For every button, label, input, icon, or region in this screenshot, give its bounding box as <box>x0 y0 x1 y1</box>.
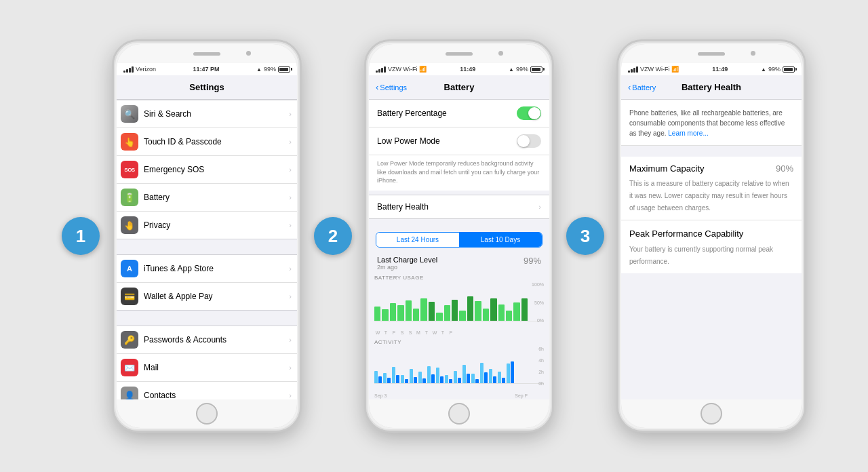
segment-control: Last 24 Hours Last 10 Days <box>376 232 542 248</box>
low-power-toggle[interactable] <box>517 134 541 148</box>
bar <box>489 369 492 383</box>
bar <box>471 374 475 383</box>
appstore-label: iTunes & App Store <box>144 264 289 273</box>
battery-settings-icon: 🔋 <box>121 189 138 206</box>
settings-item-privacy[interactable]: 🤚 Privacy › <box>117 212 297 239</box>
battery-pct-label: Battery Percentage <box>377 109 447 118</box>
bar <box>390 303 396 321</box>
settings-item-battery[interactable]: 🔋 Battery › <box>117 184 297 212</box>
badge-2: 2 <box>314 217 352 255</box>
peak-title: Peak Performance Capability <box>629 229 743 239</box>
usage-y-labels: 100% 50% 0% <box>529 282 544 323</box>
bar <box>401 375 404 383</box>
battery-back[interactable]: ‹ Settings <box>376 82 407 92</box>
health-learn-more[interactable]: Learn more... <box>668 130 708 137</box>
toggle-knob-lp <box>517 135 530 147</box>
status-left-2: VZW Wi-Fi 📶 <box>376 66 427 73</box>
divider-space-1 <box>369 191 549 195</box>
phone-1-inner: Verizon 11:47 PM ▲ 99% Settings <box>117 44 297 428</box>
bar <box>454 371 457 383</box>
bar <box>480 363 484 383</box>
bar <box>420 298 427 321</box>
segment-24h[interactable]: Last 24 Hours <box>376 233 459 247</box>
back-label-3: Battery <box>632 83 656 92</box>
bar-group <box>507 361 514 383</box>
x-label: T <box>382 330 389 335</box>
date-label-end: Sep F <box>515 393 528 398</box>
battery-pct-1: 99% <box>264 66 276 73</box>
segment-10d[interactable]: Last 10 Days <box>459 233 542 247</box>
health-content: Phone batteries, like all rechargeable b… <box>621 100 802 399</box>
bar <box>484 372 488 383</box>
phone-2-bottom <box>369 399 549 428</box>
wallet-label: Wallet & Apple Pay <box>144 292 289 301</box>
home-button-3[interactable] <box>701 403 722 425</box>
bar-group <box>498 372 505 383</box>
privacy-chevron: › <box>289 221 292 229</box>
bar <box>507 363 510 383</box>
settings-list: 🔍 Siri & Search › 👆 Touch ID & Passcode … <box>117 100 297 399</box>
usage-y-100: 100% <box>532 282 544 287</box>
bar <box>378 376 382 383</box>
sos-label: Emergency SOS <box>144 165 289 174</box>
bar <box>498 372 501 383</box>
x-label: W <box>431 330 438 335</box>
settings-item-mail[interactable]: ✉️ Mail › <box>117 354 297 382</box>
bar <box>387 378 391 383</box>
activity-date-labels: Sep 3 Sep F <box>374 393 544 398</box>
settings-navbar: Settings <box>117 75 297 100</box>
location-icon-1: ▲ <box>256 66 262 73</box>
bar <box>410 369 413 383</box>
phone-1: Verizon 11:47 PM ▲ 99% Settings <box>112 39 302 433</box>
charge-level-pct: 99% <box>524 256 541 266</box>
settings-item-touchid[interactable]: 👆 Touch ID & Passcode › <box>117 128 297 156</box>
bar <box>374 371 378 383</box>
x-label: S <box>399 330 406 335</box>
siri-icon: 🔍 <box>121 105 138 123</box>
contacts-icon: 👤 <box>121 387 138 399</box>
back-label: Settings <box>380 83 407 92</box>
health-max-capacity: Maximum Capacity 90% This is a measure o… <box>621 157 802 273</box>
carrier-2: VZW Wi-Fi <box>388 66 417 73</box>
time-1: 11:47 PM <box>193 66 220 73</box>
signal-bar <box>384 66 386 73</box>
phone-1-top <box>117 44 297 63</box>
status-right-1: ▲ 99% <box>256 66 290 73</box>
status-right-3: ▲ 99% <box>761 66 795 73</box>
x-label: F <box>391 330 397 335</box>
settings-item-wallet[interactable]: 💳 Wallet & Apple Pay › <box>117 283 297 310</box>
settings-item-siri[interactable]: 🔍 Siri & Search › <box>117 100 297 128</box>
health-back[interactable]: ‹ Battery <box>628 82 656 92</box>
settings-screen: Settings 🔍 Siri & Search › 👆 Touch ID & <box>117 75 297 399</box>
health-nav-title: Battery Health <box>682 82 741 92</box>
home-button-2[interactable] <box>448 403 470 425</box>
signal-bar <box>628 71 630 73</box>
battery-label: Battery <box>144 193 289 202</box>
status-left-1: Verizon <box>123 66 156 73</box>
battery-percentage-toggle[interactable] <box>517 106 541 120</box>
battery-health-row[interactable]: Battery Health › <box>369 195 549 219</box>
settings-item-contacts[interactable]: 👤 Contacts › <box>117 382 297 399</box>
settings-item-passwords[interactable]: 🔑 Passwords & Accounts › <box>117 326 297 354</box>
low-power-row: Low Power Mode <box>369 127 549 155</box>
status-bar-3: VZW Wi-Fi 📶 11:49 ▲ 99% <box>621 63 802 75</box>
health-link: Battery Health <box>377 202 429 212</box>
settings-item-sos[interactable]: SOS Emergency SOS › <box>117 156 297 184</box>
signal-bars-2 <box>376 66 386 73</box>
settings-item-appstore[interactable]: A iTunes & App Store › <box>117 255 297 283</box>
battery-pct-3: 99% <box>768 66 781 73</box>
max-capacity-row: Maximum Capacity 90% <box>621 157 802 176</box>
battery-icon-2 <box>530 66 542 73</box>
activity-y-labels: 6h 4h 2h 0h <box>529 347 544 386</box>
home-button-1[interactable] <box>196 403 218 425</box>
battery-screen: ‹ Settings Battery Battery Percentage <box>369 75 549 399</box>
usage-chart-wrapper: 100% 50% 0% <box>374 282 544 330</box>
settings-group-2: A iTunes & App Store › 💳 Wallet & Apple … <box>117 254 297 311</box>
signal-bar <box>129 68 131 73</box>
bar <box>475 301 481 321</box>
settings-group-3: 🔑 Passwords & Accounts › ✉️ Mail › 👤 Con… <box>117 326 297 399</box>
battery-icon-3 <box>783 66 795 73</box>
bar-group <box>427 366 435 383</box>
sos-icon: SOS <box>121 161 138 178</box>
wifi-icon-2: 📶 <box>419 66 427 73</box>
